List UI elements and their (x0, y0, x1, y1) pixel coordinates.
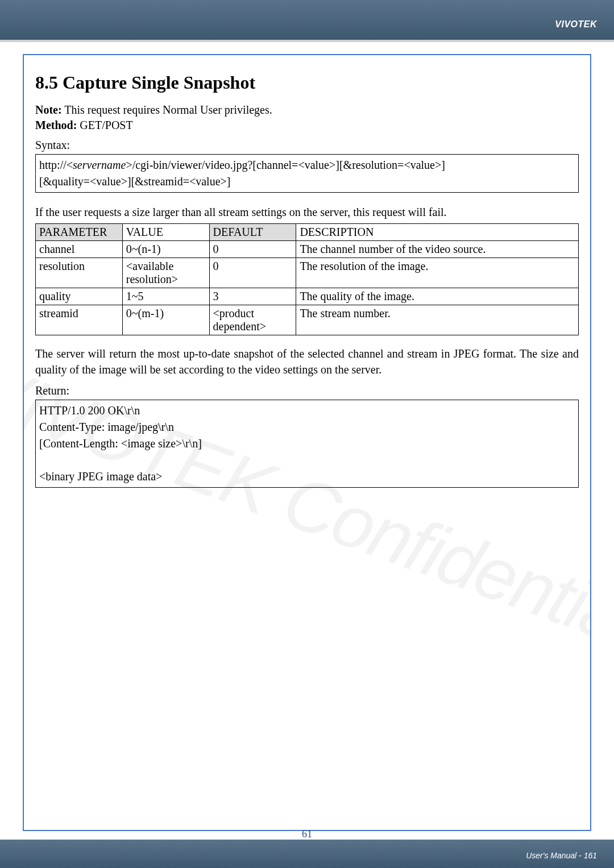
syntax-suffix: >/cgi-bin/viewer/video.jpg?[channel=<val… (126, 159, 445, 171)
th-param: PARAMETER (36, 224, 123, 241)
cell-param: channel (36, 241, 123, 258)
cell-param: resolution (36, 258, 123, 288)
header-bar: VIVOTEK (0, 0, 614, 40)
syntax-servername: servername (73, 159, 126, 171)
parameter-table: PARAMETER VALUE DEFAULT DESCRIPTION chan… (35, 223, 579, 335)
syntax-prefix: http://< (39, 159, 73, 171)
table-row: quality 1~5 3 The quality of the image. (36, 288, 579, 305)
th-desc: DESCRIPTION (296, 224, 579, 241)
footer-inner: 61 User's Manual - 161 (17, 840, 597, 868)
content: 8.5 Capture Single Snapshot Note: This r… (35, 72, 579, 488)
return-line: [Content-Length: <image size>\r\n] (39, 435, 575, 452)
header-underline (0, 40, 614, 42)
note-line: Note: This request requires Normal User … (35, 103, 579, 117)
cell-desc: The quality of the image. (296, 288, 579, 305)
manual-label: User's Manual - 161 (526, 851, 597, 860)
return-line (39, 452, 575, 468)
cell-default: <product dependent> (209, 305, 296, 335)
return-line: Content-Type: image/jpeg\r\n (39, 419, 575, 435)
cell-default: 0 (209, 258, 296, 288)
syntax-line-2: [&quality=<value>][&streamid=<value>] (39, 173, 575, 190)
note-text: This request requires Normal User privil… (62, 103, 272, 116)
footer-bar: 61 User's Manual - 161 (0, 840, 614, 868)
cell-desc: The resolution of the image. (296, 258, 579, 288)
cell-param: quality (36, 288, 123, 305)
cell-default: 3 (209, 288, 296, 305)
cell-value: <available resolution> (122, 258, 209, 288)
note-label: Note: (35, 103, 62, 116)
cell-default: 0 (209, 241, 296, 258)
method-value: GET/POST (77, 119, 132, 131)
fail-text: If the user requests a size larger than … (35, 204, 579, 220)
th-value: VALUE (122, 224, 209, 241)
method-line: Method: GET/POST (35, 119, 579, 132)
page-number: 61 (302, 828, 312, 840)
section-title: Capture Single Snapshot (63, 72, 255, 93)
return-line: <binary JPEG image data> (39, 468, 575, 485)
method-label: Method: (35, 119, 77, 131)
return-line: HTTP/1.0 200 OK\r\n (39, 402, 575, 419)
cell-param: streamid (36, 305, 123, 335)
cell-value: 0~(m-1) (122, 305, 209, 335)
th-default: DEFAULT (209, 224, 296, 241)
content-frame: VIVOTEK Confidential 8.5 Capture Single … (23, 54, 591, 831)
syntax-label: Syntax: (35, 139, 579, 152)
syntax-box: http://<servername>/cgi-bin/viewer/video… (35, 154, 579, 193)
table-row: resolution <available resolution> 0 The … (36, 258, 579, 288)
cell-desc: The stream number. (296, 305, 579, 335)
body-paragraph: The server will return the most up-to-da… (35, 346, 579, 377)
page: VIVOTEK VIVOTEK Confidential 8.5 Capture… (0, 0, 614, 868)
table-header-row: PARAMETER VALUE DEFAULT DESCRIPTION (36, 224, 579, 241)
table-row: channel 0~(n-1) 0 The channel number of … (36, 241, 579, 258)
cell-value: 1~5 (122, 288, 209, 305)
brand-label: VIVOTEK (555, 19, 597, 29)
return-box: HTTP/1.0 200 OK\r\n Content-Type: image/… (35, 400, 579, 488)
syntax-line-1: http://<servername>/cgi-bin/viewer/video… (39, 157, 575, 173)
section-number: 8.5 (35, 72, 58, 93)
table-row: streamid 0~(m-1) <product dependent> The… (36, 305, 579, 335)
cell-desc: The channel number of the video source. (296, 241, 579, 258)
section-heading: 8.5 Capture Single Snapshot (35, 72, 579, 93)
cell-value: 0~(n-1) (122, 241, 209, 258)
return-label: Return: (35, 384, 579, 397)
